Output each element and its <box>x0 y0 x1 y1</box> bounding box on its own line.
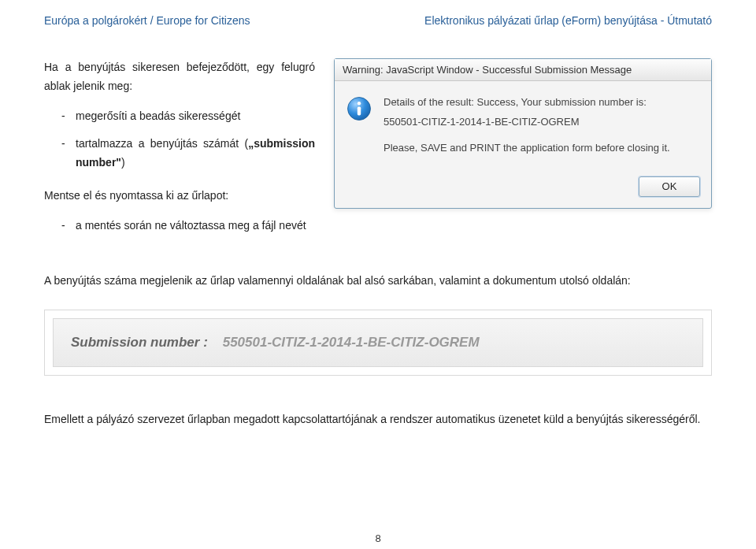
submission-value: 550501-CITIZ-1-2014-1-BE-CITIZ-OGREM <box>223 335 480 350</box>
dialog-line3: Please, SAVE and PRINT the application f… <box>384 141 700 156</box>
list-item-suffix: ) <box>121 156 125 169</box>
dialog-title: Warning: JavaScript Window - Successful … <box>335 59 711 81</box>
submission-banner-frame: Submission number : 550501-CITIZ-1-2014-… <box>44 310 712 376</box>
document-header: Európa a polgárokért / Europe for Citize… <box>44 14 712 27</box>
auto-message-text: Emellett a pályázó szervezet űrlapban me… <box>44 410 712 428</box>
intro-paragraph: Ha a benyújtás sikeresen befejeződött, e… <box>44 58 315 96</box>
header-right: Elektronikus pályázati űrlap (eForm) ben… <box>424 14 712 27</box>
save-print-list: a mentés során ne változtassa meg a fájl… <box>44 217 315 236</box>
submission-location-text: A benyújtás száma megjelenik az űrlap va… <box>44 272 712 289</box>
submission-label: Submission number : <box>71 335 208 350</box>
dialog-text: Details of the result: Success, Your sub… <box>384 95 700 161</box>
save-print-intro: Mentse el és nyomtassa ki az űrlapot: <box>44 187 315 206</box>
header-left: Európa a polgárokért / Europe for Citize… <box>44 14 250 27</box>
javascript-warning-dialog: Warning: JavaScript Window - Successful … <box>334 58 712 209</box>
list-item: megerősíti a beadás sikerességét <box>61 107 315 126</box>
confirmation-list: megerősíti a beadás sikerességét tartalm… <box>44 107 315 172</box>
list-item: tartalmazza a benyújtás számát („submiss… <box>61 135 315 172</box>
svg-point-1 <box>358 102 361 105</box>
list-item: a mentés során ne változtassa meg a fájl… <box>61 217 315 236</box>
svg-rect-2 <box>358 106 361 115</box>
info-icon <box>346 95 372 122</box>
list-item-prefix: tartalmazza a benyújtás számát ( <box>76 137 248 150</box>
ok-button[interactable]: OK <box>639 176 700 197</box>
dialog-submission-number: 550501-CITIZ-1-2014-1-BE-CITIZ-OGREM <box>384 115 700 130</box>
submission-number-banner: Submission number : 550501-CITIZ-1-2014-… <box>53 318 703 367</box>
page-number: 8 <box>0 532 756 544</box>
dialog-line1: Details of the result: Success, Your sub… <box>384 95 700 110</box>
